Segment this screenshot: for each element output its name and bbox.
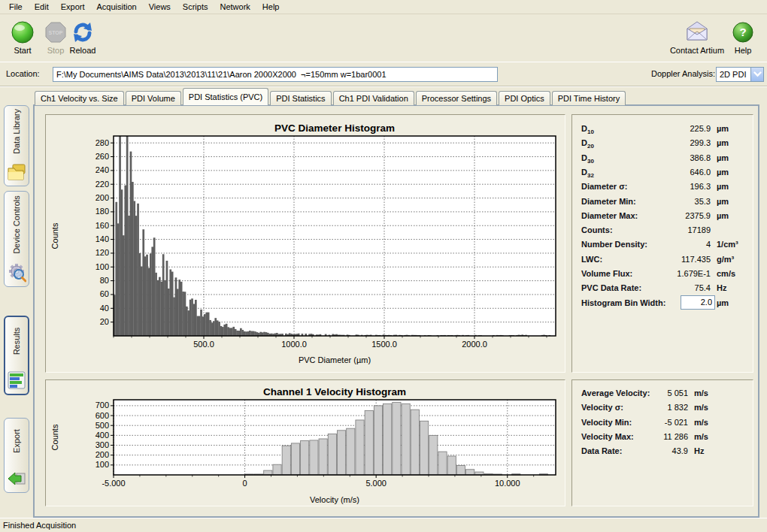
tab-pdi-statistics-pvc-[interactable]: PDI Statistics (PVC) — [183, 88, 268, 105]
sidebar-item-icon — [7, 370, 26, 390]
y-tick-label: 400 — [95, 431, 109, 440]
y-tick-label: 500 — [95, 421, 109, 430]
y-tick-label: 180 — [95, 207, 109, 216]
chart-title: Channel 1 Velocity Histogram — [263, 386, 406, 397]
stat-row: D32646.0µm — [572, 166, 753, 180]
tab-strip: Ch1 Velocity vs. SizePDI VolumePDI Stati… — [35, 88, 627, 105]
menu-item-acquisition[interactable]: Acquisition — [91, 1, 143, 13]
start-icon — [10, 20, 35, 45]
x-tick-label: 1500.0 — [371, 340, 397, 349]
stat-unit: µm — [717, 168, 729, 177]
tab-pdi-volume[interactable]: PDI Volume — [126, 91, 181, 105]
stat-unit: µm — [717, 298, 729, 307]
y-tick-label: 200 — [95, 193, 109, 202]
chevron-down-icon[interactable] — [750, 68, 763, 81]
status-bar: Finished Acquisition — [0, 518, 767, 532]
sidebar-item-icon — [7, 469, 26, 488]
y-tick-label: 140 — [95, 234, 109, 243]
stat-label: Diameter Max: — [581, 211, 638, 220]
menu-item-file[interactable]: File — [3, 1, 29, 13]
y-tick-label: 20 — [100, 317, 109, 326]
x-tick-label: -5.000 — [102, 479, 125, 488]
stat-row: Number Density:41/cm³ — [572, 238, 753, 252]
doppler-analysis-value: 2D PDI — [717, 70, 750, 79]
sidebar-item-results[interactable]: Results — [4, 316, 29, 395]
menu-item-views[interactable]: Views — [143, 1, 177, 13]
stat-label: D20 — [581, 138, 594, 150]
stat-row: Average Velocity:5 051m/s — [572, 387, 753, 401]
menu-item-export[interactable]: Export — [55, 1, 91, 13]
tab-pdi-time-history[interactable]: PDI Time History — [552, 91, 626, 105]
x-tick-label: 10.000 — [495, 479, 520, 488]
stat-value: 11 286 — [647, 432, 688, 441]
histogram-bin-width-input[interactable] — [681, 295, 715, 310]
sidebar-item-icon — [7, 263, 26, 283]
chart-canvas: 100200300400500600700-5.00005.00010.000C… — [46, 380, 565, 506]
x-tick-label: 0 — [243, 479, 247, 488]
stat-row: Volume Flux:1.679E-1cm/s — [572, 268, 753, 282]
stat-label: D10 — [581, 124, 594, 135]
y-tick-label: 40 — [100, 304, 109, 313]
stat-value: 646.0 — [647, 168, 711, 177]
stat-row: Data Rate:43.9Hz — [572, 445, 753, 459]
sidebar-item-label-wrap: Device Controls — [5, 192, 29, 258]
help-button[interactable]: ?Help — [726, 18, 759, 60]
doppler-analysis-select[interactable]: 2D PDI — [716, 67, 764, 82]
tab-pdi-statistics[interactable]: PDI Statistics — [270, 91, 331, 105]
x-tick-label: 1000.0 — [281, 340, 307, 349]
sidebar-item-label-wrap: Export — [5, 419, 29, 464]
toolbar: StartSTOPStopReloadContact Artium?Help — [0, 15, 767, 62]
reload-label: Reload — [62, 46, 104, 55]
x-tick-label: 5.000 — [365, 479, 387, 488]
velocity-histogram-panel: 100200300400500600700-5.00005.00010.000C… — [45, 379, 565, 506]
stat-label: Volume Flux: — [581, 269, 632, 278]
stat-unit: Hz — [694, 446, 704, 455]
separator — [0, 86, 767, 87]
stat-value: 35.3 — [647, 197, 711, 206]
y-tick-label: 220 — [95, 180, 109, 189]
sidebar-item-device-controls[interactable]: Device Controls — [4, 191, 29, 287]
tab-ch1-pdi-validation[interactable]: Ch1 PDI Validation — [333, 91, 414, 105]
menu-item-scripts[interactable]: Scripts — [177, 1, 214, 13]
x-tick-label: 2000.0 — [462, 340, 487, 349]
stat-unit: m/s — [694, 403, 708, 412]
diameter-stats-panel: D10225.9µmD20299.3µmD30386.8µmD32646.0µm… — [571, 114, 753, 373]
stat-label: Average Velocity: — [581, 388, 650, 397]
menu-item-network[interactable]: Network — [214, 1, 256, 13]
stat-label: Velocity Min: — [581, 418, 632, 427]
stat-label: Histogram Bin Width: — [581, 298, 665, 307]
sidebar-item-label: Device Controls — [12, 195, 21, 254]
menu-item-edit[interactable]: Edit — [29, 1, 55, 13]
chart-title: PVC Diameter Histogram — [274, 122, 395, 134]
stat-value: 196.3 — [647, 182, 711, 191]
x-axis-label: PVC Diameter (µm) — [299, 355, 371, 364]
reload-button[interactable]: Reload — [62, 18, 104, 60]
tab-pdi-optics[interactable]: PDI Optics — [499, 91, 550, 105]
stat-label: PVC Data Rate: — [581, 283, 641, 292]
tab-processor-settings[interactable]: Processor Settings — [416, 91, 497, 105]
contact-artium-button[interactable]: Contact Artium — [668, 18, 726, 60]
stat-unit: µm — [717, 197, 729, 206]
help-icon: ? — [730, 20, 756, 45]
menu-item-help[interactable]: Help — [256, 1, 286, 13]
sidebar-item-data-library[interactable]: Data Library — [4, 105, 29, 186]
stat-unit: cm/s — [717, 269, 735, 278]
tab-ch1-velocity-vs-size[interactable]: Ch1 Velocity vs. Size — [35, 91, 124, 105]
sidebar-item-export[interactable]: Export — [4, 418, 29, 493]
stat-label: Velocity Max: — [581, 432, 634, 441]
doppler-analysis-label: Doppler Analysis: — [651, 69, 715, 78]
sidebar-item-icon — [7, 162, 26, 182]
x-axis-label: Velocity (m/s) — [310, 495, 359, 504]
y-tick-label: 160 — [95, 221, 109, 230]
stat-row: D20299.3µm — [572, 137, 753, 151]
stat-unit: µm — [717, 153, 729, 162]
stat-label: Diameter σ: — [581, 182, 627, 191]
stat-unit: µm — [717, 211, 729, 220]
location-input[interactable] — [53, 67, 498, 82]
menu-bar: FileEditExportAcquisitionViewsScriptsNet… — [0, 0, 767, 14]
y-tick-label: 260 — [95, 152, 109, 161]
y-tick-label: 240 — [95, 165, 109, 174]
stat-value: 1 832 — [647, 403, 688, 412]
stat-row: Histogram Bin Width:µm — [572, 297, 753, 311]
y-tick-label: 120 — [95, 248, 109, 257]
